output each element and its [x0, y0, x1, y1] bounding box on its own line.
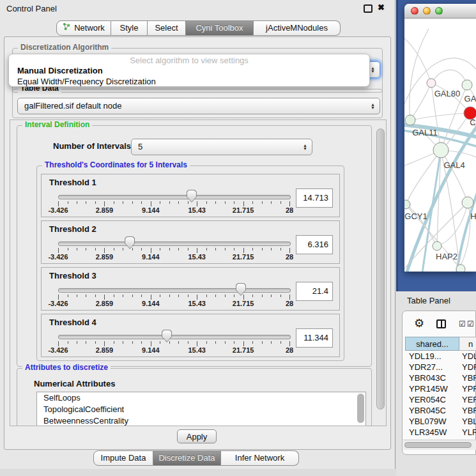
- threshold-panel-4: Threshold 4-3.4262.8599.14415.4321.71528…: [41, 314, 340, 357]
- list-item-selfloops[interactable]: SelfLoops: [37, 392, 365, 404]
- slider-tick: [225, 295, 226, 297]
- slider-tick: [58, 201, 59, 206]
- slider-tick: [197, 341, 197, 346]
- slider-tick: [141, 341, 142, 344]
- slider-tick: [178, 295, 179, 297]
- slider-tick: [141, 201, 142, 204]
- slider-thumb-face: [125, 237, 134, 249]
- slider-tick: [160, 341, 160, 344]
- slider-track[interactable]: [58, 288, 291, 293]
- slider-track[interactable]: [58, 335, 291, 339]
- network-node[interactable]: [433, 142, 449, 158]
- network-node[interactable]: [405, 115, 415, 125]
- dropdown-option-manual-discretization[interactable]: Manual Discretization: [9, 65, 369, 76]
- network-node-label: HAP2: [436, 252, 457, 261]
- network-node[interactable]: [427, 79, 436, 88]
- network-icon: [63, 21, 71, 35]
- tab-label: Cyni Toolbox: [196, 21, 243, 35]
- split-columns-icon[interactable]: [436, 319, 446, 328]
- table-row[interactable]: YBR043CYBR0: [405, 372, 476, 383]
- screen: Control Panel ✖ NetworkStyleSelectCyni T…: [0, 0, 476, 476]
- slider-track[interactable]: [58, 195, 291, 199]
- table-row[interactable]: YDR27...YDR2: [405, 362, 476, 372]
- slider-tick: [132, 248, 133, 250]
- table-row[interactable]: YBR045CYBR0: [405, 405, 476, 416]
- network-edge[interactable]: [441, 150, 468, 203]
- slider-tick: [234, 201, 234, 204]
- dropdown-options: Manual DiscretizationEqual Width/Frequen…: [9, 65, 369, 87]
- combo-stepper-icon: ▲▼: [371, 66, 375, 73]
- threshold-value-field[interactable]: 21.4: [296, 282, 333, 301]
- threshold-value-field[interactable]: 14.713: [296, 188, 333, 208]
- slider-thumb[interactable]: [125, 236, 135, 249]
- table-data-combobox[interactable]: galFiltered.sif default node ▲▼: [17, 98, 380, 114]
- threshold-value-field[interactable]: 6.316: [296, 235, 333, 254]
- slider-thumb[interactable]: [236, 283, 246, 296]
- dropdown-option-equal-width-frequency-discretization[interactable]: Equal Width/Frequency Discretization: [9, 76, 369, 87]
- tab-discretize-data[interactable]: Discretize Data: [153, 450, 221, 466]
- slider-tick-label: 9.144: [142, 253, 160, 261]
- table-row[interactable]: YLR345WYLR3: [405, 427, 476, 438]
- network-edge[interactable]: [410, 83, 431, 120]
- column-header-shared[interactable]: shared...: [405, 337, 459, 351]
- horizontal-scrollbar-thumb[interactable]: [404, 442, 472, 448]
- list-item-topologicalcoefficient[interactable]: TopologicalCoefficient: [37, 404, 365, 415]
- network-canvas[interactable]: GAL80GACGAL11GAL4GCY1HHAP2: [404, 19, 476, 272]
- numerical-attributes-list[interactable]: SelfLoopsTopologicalCoefficientBetweenne…: [36, 392, 366, 426]
- network-node[interactable]: [433, 242, 441, 250]
- tab-network[interactable]: Network: [56, 20, 111, 36]
- apply-button[interactable]: Apply: [177, 429, 217, 443]
- zoom-traffic-light[interactable]: [435, 7, 443, 15]
- tab-infer-network[interactable]: Infer Network: [221, 450, 299, 466]
- minimize-traffic-light[interactable]: [423, 7, 431, 15]
- gear-icon[interactable]: ⚙: [414, 318, 424, 329]
- slider-tick: [58, 295, 59, 300]
- table-row[interactable]: YPR145WYPR1: [405, 383, 476, 394]
- close-icon[interactable]: ✖: [378, 3, 385, 12]
- threshold-label: Threshold 3: [49, 271, 96, 280]
- tab-style[interactable]: Style: [111, 20, 148, 36]
- panel-scrollbar[interactable]: [376, 128, 385, 410]
- network-edge[interactable]: [431, 70, 467, 85]
- slider-tick: [123, 295, 123, 297]
- network-edge[interactable]: [410, 113, 470, 120]
- slider-tick: [104, 201, 105, 206]
- tab-jactivemnodules[interactable]: jActiveMNodules: [254, 20, 341, 36]
- slider-tick: [86, 295, 86, 297]
- number-of-intervals-combobox[interactable]: 5 ▲▼: [131, 139, 312, 155]
- slider-thumb[interactable]: [162, 330, 172, 342]
- slider-track[interactable]: [58, 242, 291, 246]
- table-row[interactable]: YER054CYER0: [405, 394, 476, 405]
- network-node[interactable]: [462, 80, 472, 90]
- dropdown-hint: Select algorithm to view settings: [9, 54, 369, 65]
- column-header-name[interactable]: n: [459, 337, 476, 351]
- checkbox-checked-icon[interactable]: ☑: [459, 320, 466, 328]
- slider-tick: [95, 248, 96, 250]
- slider-tick: [243, 248, 244, 253]
- network-node[interactable]: [462, 197, 473, 208]
- slider-thumb[interactable]: [187, 190, 197, 203]
- tab-impute-data[interactable]: Impute Data: [93, 450, 153, 466]
- slider-tick: [169, 295, 170, 297]
- table-row[interactable]: YBL079WYBL0: [405, 416, 476, 427]
- list-item-betweennesscentrality[interactable]: BetweennessCentrality: [37, 415, 365, 426]
- network-node[interactable]: [404, 200, 410, 209]
- checkbox-checked-icon[interactable]: ☑: [467, 320, 474, 328]
- slider-tick: [160, 248, 160, 250]
- table-cell-shared-name: YDR27...: [405, 362, 459, 372]
- float-panel-icon[interactable]: [364, 4, 372, 13]
- network-edge[interactable]: [404, 35, 431, 83]
- control-panel-window: Control Panel ✖ NetworkStyleSelectCyni T…: [0, 0, 395, 469]
- tab-select[interactable]: Select: [148, 20, 186, 36]
- slider-tick-label: 15.43: [188, 346, 206, 354]
- table-cell-name: YLR3: [459, 427, 476, 438]
- tab-cyni-toolbox[interactable]: Cyni Toolbox: [186, 20, 254, 36]
- table-row[interactable]: YDL19...YDL1: [405, 351, 476, 362]
- slider-tick: [77, 341, 77, 344]
- network-node[interactable]: [456, 265, 465, 272]
- slider-tick: [114, 341, 114, 344]
- cytoscape-desktop: GAL80GACGAL11GAL4GCY1HHAP2: [396, 0, 476, 291]
- threshold-value-field[interactable]: 11.344: [296, 328, 333, 348]
- close-traffic-light[interactable]: [411, 7, 418, 15]
- list-scrollbar[interactable]: [357, 394, 364, 423]
